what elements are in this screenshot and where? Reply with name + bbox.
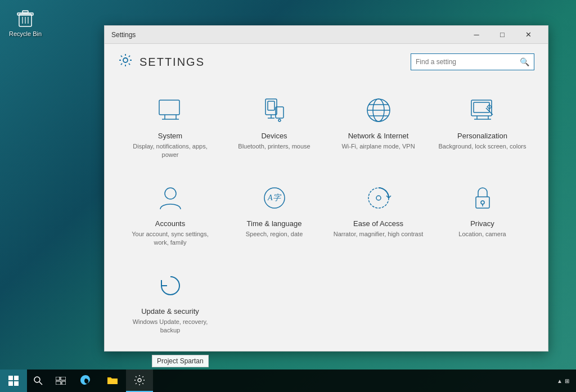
network-icon [363,94,394,126]
svg-point-6 [123,58,128,62]
ease-desc: Narrator, magnifier, high contrast [334,230,424,238]
update-desc: Windows Update, recovery, backup [124,318,217,335]
svg-rect-46 [107,379,118,384]
settings-item-ease[interactable]: Ease of Access Narrator, magnifier, high… [326,171,430,259]
taskbar-system-tray: ▲ ⊞ [557,378,576,384]
settings-item-accounts[interactable]: Accounts Your account, sync settings, wo… [118,171,222,259]
svg-rect-37 [14,376,19,380]
desktop: Recycle Bin Settings ─ □ ✕ SETTINGS [0,0,576,392]
accounts-name: Accounts [155,219,185,228]
settings-item-devices[interactable]: Devices Bluetooth, printers, mouse [222,83,326,171]
svg-rect-23 [474,102,489,112]
recycle-bin-icon[interactable]: Recycle Bin [6,6,45,37]
svg-point-34 [481,201,484,204]
window-controls: ─ □ ✕ [464,26,541,44]
task-view-button[interactable] [50,370,72,392]
devices-desc: Bluetooth, printers, mouse [238,142,310,151]
settings-item-time[interactable]: A字 Time & language Speech, region, date [222,171,326,259]
ease-name: Ease of Access [353,219,403,228]
system-icon [155,94,186,126]
svg-line-41 [39,382,42,385]
accounts-icon [155,182,186,214]
settings-item-network[interactable]: Network & Internet Wi-Fi, airplane mode,… [326,83,430,171]
personalization-name: Personalization [457,132,507,140]
start-button[interactable] [0,370,27,392]
settings-item-personalization[interactable]: Personalization Background, lock screen,… [430,83,534,171]
settings-header: SETTINGS 🔍 [105,44,548,78]
svg-point-16 [278,119,281,121]
svg-point-47 [138,379,141,382]
tooltip-project-spartan: Project Spartan [152,355,209,367]
settings-title: SETTINGS [140,56,205,69]
taskbar-search-button[interactable] [27,370,50,392]
taskbar-file-explorer[interactable] [99,370,126,392]
gear-icon [118,53,133,71]
taskbar: ▲ ⊞ [0,370,576,392]
close-button[interactable]: ✕ [515,26,541,44]
search-icon: 🔍 [515,57,534,66]
taskbar-apps [72,370,557,392]
settings-item-privacy[interactable]: Privacy Location, camera [430,171,534,259]
title-bar: Settings ─ □ ✕ [105,26,548,44]
search-box[interactable]: 🔍 [411,53,534,70]
privacy-name: Privacy [470,219,494,228]
privacy-desc: Location, camera [458,230,506,238]
svg-rect-2 [22,11,28,13]
network-name: Network & Internet [348,132,409,140]
window-title: Settings [111,31,464,39]
svg-rect-39 [14,381,19,386]
svg-rect-42 [56,377,60,380]
svg-rect-44 [56,381,61,385]
clock: ⊞ [565,378,572,384]
svg-point-40 [34,377,40,382]
svg-point-32 [376,196,381,200]
ease-icon [363,182,394,214]
svg-rect-36 [8,376,13,380]
system-desc: Display, notifications, apps, power [124,142,217,160]
settings-grid: System Display, notifications, apps, pow… [105,78,548,357]
personalization-desc: Background, lock screen, colors [439,142,526,151]
taskbar-settings[interactable] [126,370,153,392]
system-name: System [158,132,182,140]
personalization-icon [467,94,498,126]
time-desc: Speech, region, date [246,230,303,238]
svg-rect-43 [61,377,66,380]
svg-rect-38 [8,381,13,386]
devices-name: Devices [261,132,287,140]
svg-rect-7 [159,100,179,115]
svg-point-28 [165,188,176,199]
svg-rect-12 [268,101,274,110]
network-desc: Wi-Fi, airplane mode, VPN [341,142,415,151]
minimize-button[interactable]: ─ [464,26,489,44]
time-name: Time & language [247,219,302,228]
system-tray-icons: ▲ [557,378,562,384]
accounts-desc: Your account, sync settings, work, famil… [124,230,217,247]
svg-text:A字: A字 [267,193,282,202]
maximize-button[interactable]: □ [489,26,515,44]
taskbar-edge[interactable] [72,370,99,392]
settings-item-update[interactable]: Update & security Windows Update, recove… [118,259,222,346]
time-icon: A字 [259,182,290,214]
devices-icon [259,94,290,126]
update-name: Update & security [141,307,199,316]
update-icon [155,270,186,301]
settings-window: Settings ─ □ ✕ SETTINGS 🔍 [104,25,548,352]
recycle-bin-label: Recycle Bin [9,30,42,37]
privacy-icon [467,182,498,214]
settings-item-system[interactable]: System Display, notifications, apps, pow… [118,83,222,171]
recycle-bin-image [14,6,37,28]
svg-rect-45 [62,381,66,385]
search-input[interactable] [411,58,515,66]
